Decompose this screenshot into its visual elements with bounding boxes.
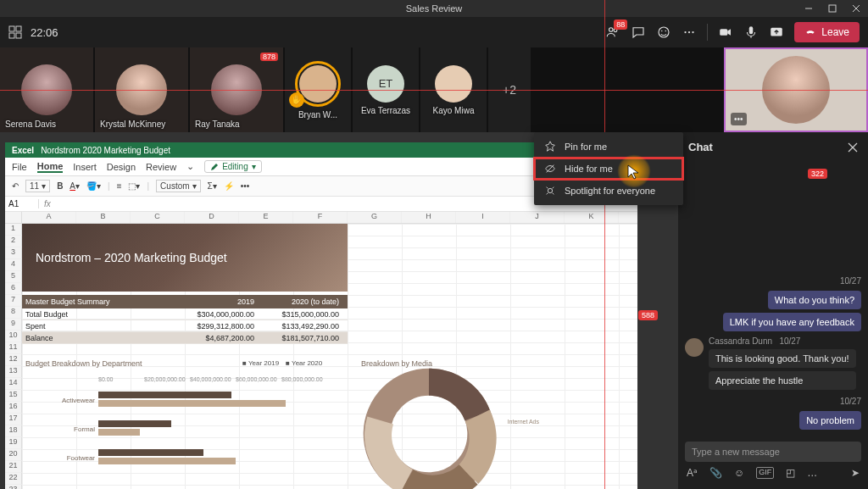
- window-minimize-button[interactable]: [797, 0, 821, 17]
- column-header[interactable]: F: [293, 212, 348, 223]
- svg-rect-0: [829, 5, 836, 12]
- participant-name: Kayo Miwa: [433, 106, 475, 115]
- svg-point-12: [693, 31, 694, 33]
- ctx-spotlight[interactable]: Spotlight for everyone: [534, 180, 683, 202]
- svg-point-8: [661, 31, 663, 32]
- chat-message-other[interactable]: Appreciate the hustle: [709, 371, 856, 390]
- align-icon[interactable]: ≡: [117, 181, 122, 191]
- participant-name: Krystal McKinney: [100, 119, 165, 129]
- chat-unread-badge: 322: [808, 169, 827, 179]
- emoji-icon[interactable]: ☺: [734, 467, 744, 479]
- fx-icon[interactable]: fx: [39, 199, 56, 208]
- chat-input[interactable]: Type a new message: [685, 442, 861, 462]
- chat-message-self[interactable]: What do you think?: [768, 291, 861, 309]
- excel-tab-file[interactable]: File: [12, 162, 27, 172]
- ctx-hide-for-me[interactable]: Hide for me: [534, 158, 683, 180]
- font-size-select[interactable]: 11 ▾: [25, 180, 50, 192]
- sheet-banner: Nordstrom – 2020 Marketing Budget: [22, 224, 348, 292]
- gif-icon[interactable]: GIF: [756, 467, 774, 479]
- merge-icon[interactable]: ⬚▾: [128, 181, 140, 191]
- window-maximize-button[interactable]: [821, 0, 844, 17]
- svg-point-10: [685, 31, 687, 33]
- send-icon[interactable]: ➤: [851, 467, 860, 479]
- column-header[interactable]: G: [348, 212, 402, 223]
- chart-title: Budget Breakdown by Department: [25, 359, 142, 368]
- cell-reference[interactable]: A1: [5, 199, 39, 208]
- svg-point-18: [548, 188, 552, 192]
- svg-rect-13: [721, 29, 728, 36]
- bold-icon[interactable]: B: [57, 181, 63, 191]
- camera-icon[interactable]: [718, 25, 733, 40]
- toolbar-divider: [707, 24, 708, 41]
- participant-name: Serena Davis: [5, 119, 56, 129]
- attach-icon[interactable]: 📎: [709, 467, 722, 479]
- column-header[interactable]: B: [76, 212, 131, 223]
- chat-panel: Chat 322 10/27 What do you think? LMK if…: [678, 132, 868, 489]
- ctx-pin-for-me[interactable]: Pin for me: [534, 136, 683, 158]
- excel-editing-mode[interactable]: Editing ▾: [204, 160, 262, 173]
- autosum-icon[interactable]: Σ▾: [208, 181, 217, 191]
- column-header[interactable]: D: [185, 212, 239, 223]
- meeting-duration: 22:06: [31, 26, 58, 39]
- window-titlebar: Sales Review: [0, 0, 868, 17]
- svg-rect-1: [9, 26, 14, 31]
- window-close-button[interactable]: [844, 0, 868, 17]
- layout-grid-icon[interactable]: [8, 25, 22, 39]
- fill-color-icon[interactable]: 🪣▾: [86, 181, 101, 191]
- chat-close-icon[interactable]: [848, 142, 858, 153]
- chat-message-self[interactable]: No problem: [799, 411, 861, 430]
- more-actions-icon[interactable]: [682, 25, 697, 40]
- svg-rect-4: [16, 33, 21, 38]
- font-color-icon[interactable]: A▾: [70, 181, 80, 191]
- leave-button[interactable]: Leave: [794, 22, 860, 42]
- sticker-icon[interactable]: ◰: [786, 467, 795, 479]
- format-icon[interactable]: Aᵃ: [687, 467, 698, 479]
- chat-message-self[interactable]: LMK if you have any feedback: [723, 313, 861, 331]
- row-headers: 1234567891011121314151617181920212223242…: [5, 224, 22, 489]
- column-header[interactable]: J: [510, 212, 565, 223]
- column-header[interactable]: K: [565, 212, 619, 223]
- window-title: Sales Review: [406, 3, 463, 14]
- chart-legend: Year 2019 Year 2020: [242, 359, 322, 367]
- chat-icon[interactable]: [631, 25, 646, 40]
- svg-rect-3: [9, 33, 14, 38]
- compose-more-icon[interactable]: …: [807, 467, 817, 479]
- excel-tab-insert[interactable]: Insert: [73, 162, 97, 172]
- flash-icon[interactable]: ⚡: [224, 181, 234, 191]
- number-format-select[interactable]: Custom ▾: [156, 180, 200, 192]
- column-header[interactable]: H: [402, 212, 456, 223]
- undo-icon[interactable]: ↶: [12, 181, 19, 191]
- excel-tab-home[interactable]: Home: [37, 161, 64, 173]
- excel-sheet[interactable]: A B C D E F G H I J K 123456789101112131…: [5, 212, 637, 489]
- cursor-icon: [627, 164, 639, 180]
- meeting-topbar: 22:06 88 Leave: [0, 17, 868, 47]
- share-screen-icon[interactable]: [769, 25, 784, 40]
- participant-name: Eva Terrazas: [361, 106, 410, 115]
- svg-point-9: [665, 31, 667, 32]
- microphone-icon[interactable]: [743, 25, 759, 40]
- chat-title: Chat: [688, 141, 713, 153]
- participant-name: Ray Tanaka: [195, 119, 240, 129]
- column-header[interactable]: E: [239, 212, 293, 223]
- tile-more-icon[interactable]: •••: [731, 113, 747, 125]
- dept-bar-chart: $0.00 $20,000,000.00 $40,000,000.00 $60,…: [39, 376, 327, 470]
- column-header[interactable]: I: [456, 212, 510, 223]
- avatar: [685, 338, 704, 357]
- participants-icon[interactable]: 88: [605, 25, 620, 40]
- reactions-icon[interactable]: [656, 25, 671, 40]
- excel-tab-review[interactable]: Review: [146, 162, 176, 172]
- toolbar-more-icon[interactable]: •••: [241, 181, 250, 191]
- column-header[interactable]: A: [22, 212, 76, 223]
- participant-context-menu: Pin for me Hide for me Spotlight for eve…: [534, 132, 683, 205]
- excel-tab-design[interactable]: Design: [107, 162, 136, 172]
- chat-compose: Type a new message Aᵃ 📎 ☺ GIF ◰ … ➤: [678, 436, 868, 489]
- excel-document-title: Nordstrom 2020 Marketing Budget: [41, 146, 170, 155]
- chat-message-other[interactable]: This is looking good. Thank you!: [709, 349, 856, 368]
- excel-tab-more-icon[interactable]: ⌄: [186, 161, 194, 172]
- column-header[interactable]: C: [131, 212, 185, 223]
- annotation-badge: 588: [638, 310, 658, 320]
- svg-rect-2: [16, 26, 21, 31]
- media-donut-chart: Internet Ads Social Media: [361, 366, 531, 489]
- raised-hand-icon: ✋: [289, 92, 304, 108]
- svg-rect-14: [749, 26, 754, 34]
